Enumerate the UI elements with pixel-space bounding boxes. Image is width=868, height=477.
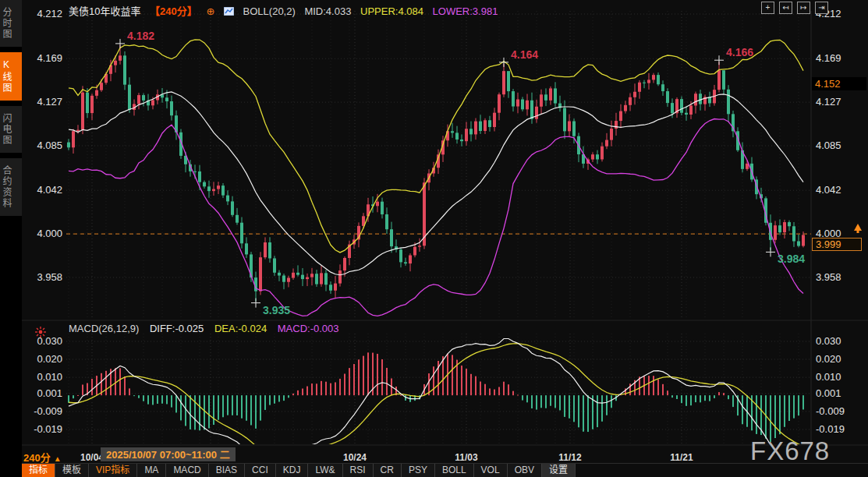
chart-tool-icons: + ↤ ↦ ⇥ — [761, 2, 828, 14]
sidebar-tab-kline[interactable]: K线图 — [0, 52, 22, 101]
toolbar-item-kdj[interactable]: KDJ — [276, 464, 309, 477]
svg-text:4.085: 4.085 — [37, 140, 62, 151]
toolbar-item-indicator[interactable]: 指标 — [22, 464, 55, 477]
svg-text:4.042: 4.042 — [37, 184, 62, 196]
boll-label: BOLL(20,2) — [243, 5, 296, 17]
chart-app: 4.2124.2124.1694.1694.1274.1274.0854.085… — [0, 0, 868, 477]
svg-text:3.984: 3.984 — [778, 253, 805, 265]
svg-text:4.164: 4.164 — [511, 48, 538, 61]
macd-label: MACD(26,12,9) — [69, 323, 139, 334]
bottom-toolbar: 指标 模板 VIP指标 MA MACD BIAS CCI KDJ LW& RSI… — [22, 463, 868, 477]
svg-text:4.169: 4.169 — [37, 52, 62, 64]
svg-text:4.127: 4.127 — [816, 96, 841, 108]
svg-text:4.000: 4.000 — [37, 228, 62, 239]
chart-header: 美债10年收益率 【240分】 ⊕ BOLL(20,2) MID:4.033 U… — [69, 3, 504, 18]
svg-text:-0.009: -0.009 — [34, 405, 62, 417]
svg-text:4.042: 4.042 — [816, 184, 841, 196]
svg-text:-0.019: -0.019 — [34, 423, 62, 435]
macd-header: MACD(26,12,9) DIFF:-0.025 DEA:-0.024 MAC… — [69, 323, 347, 334]
toolbar-item-template[interactable]: 模板 — [55, 464, 89, 477]
svg-text:4.085: 4.085 — [816, 140, 841, 151]
settings-icon[interactable]: ⊕ — [206, 5, 214, 17]
svg-text:10/24: 10/24 — [343, 452, 367, 463]
toolbar-item-cci[interactable]: CCI — [245, 464, 276, 477]
svg-text:3.958: 3.958 — [37, 271, 62, 283]
svg-text:11/03: 11/03 — [455, 452, 478, 463]
svg-text:0.001: 0.001 — [37, 387, 62, 399]
toolbar-item-ma[interactable]: MA — [137, 464, 166, 477]
toolbar-item-cr[interactable]: CR — [374, 464, 402, 477]
svg-text:-0.019: -0.019 — [816, 423, 845, 435]
macd-diff-value: DIFF:-0.025 — [150, 323, 204, 334]
toolbar-item-bias[interactable]: BIAS — [209, 464, 245, 477]
pan-icon[interactable]: + — [761, 2, 774, 14]
mini-chart-icon[interactable] — [224, 6, 234, 18]
svg-text:11/21: 11/21 — [670, 452, 693, 463]
sidebar-tab-contract-info[interactable]: 合约资料 — [0, 158, 22, 216]
svg-text:-0.009: -0.009 — [816, 405, 845, 417]
axis-zoom-out-icon[interactable]: ↦ — [797, 2, 810, 14]
axis-zoom-in-icon[interactable]: ↤ — [779, 2, 792, 14]
toolbar-item-settings[interactable]: 设置 — [542, 464, 576, 477]
bar-info-tooltip: 2025/10/07 07:00~11:00 二 — [101, 447, 236, 461]
toolbar-item-vip[interactable]: VIP指标 — [89, 464, 137, 477]
toolbar-item-psy[interactable]: PSY — [402, 464, 435, 477]
svg-text:3.935: 3.935 — [263, 304, 290, 316]
macd-macd-value: MACD:-0.003 — [278, 323, 339, 334]
svg-text:4.212: 4.212 — [37, 8, 62, 19]
boll-upper-value: UPPER:4.084 — [360, 5, 423, 17]
svg-text:4.169: 4.169 — [816, 52, 841, 64]
svg-text:3.958: 3.958 — [816, 271, 841, 283]
sidebar-tab-timeshare[interactable]: 分时图 — [0, 0, 22, 47]
svg-text:4.166: 4.166 — [726, 46, 753, 58]
svg-text:0.030: 0.030 — [816, 335, 841, 347]
axis-badge-upper: 4.152 — [812, 77, 866, 90]
macd-dea-value: DEA:-0.024 — [214, 323, 267, 334]
toolbar-item-vol[interactable]: VOL — [474, 464, 508, 477]
svg-text:4.127: 4.127 — [37, 96, 62, 108]
svg-text:0.010: 0.010 — [37, 371, 62, 383]
toolbar-item-macd[interactable]: MACD — [166, 464, 208, 477]
svg-text:0.010: 0.010 — [816, 371, 841, 383]
svg-text:4.182: 4.182 — [127, 30, 154, 42]
toolbar-item-lwr[interactable]: LW& — [308, 464, 342, 477]
toolbar-item-rsi[interactable]: RSI — [343, 464, 374, 477]
sidebar-tab-lightning[interactable]: 闪电图 — [0, 106, 22, 153]
go-to-latest-icon[interactable]: ⇥ — [815, 2, 828, 14]
sidebar: 分时图 K线图 闪电图 合约资料 — [0, 0, 22, 477]
toolbar-item-boll[interactable]: BOLL — [435, 464, 474, 477]
alert-icon[interactable] — [34, 326, 47, 341]
instrument-title: 美债10年收益率 — [69, 5, 140, 17]
chevron-up-icon: ▲ — [54, 454, 62, 463]
svg-text:0.020: 0.020 — [37, 353, 62, 365]
timeframe-label: 240分 — [23, 452, 51, 464]
svg-text:11/12: 11/12 — [558, 452, 582, 463]
last-price-box: 3.999 — [812, 238, 862, 251]
toolbar-item-obv[interactable]: OBV — [508, 464, 542, 477]
chart-canvas[interactable]: 4.2124.2124.1694.1694.1274.1274.0854.085… — [0, 0, 868, 477]
svg-text:0.001: 0.001 — [816, 387, 841, 399]
boll-lower-value: LOWER:3.981 — [433, 5, 498, 17]
boll-mid-value: MID:4.033 — [304, 5, 351, 17]
svg-text:0.020: 0.020 — [816, 353, 841, 365]
watermark: FX678 — [750, 436, 830, 466]
period-label[interactable]: 【240分】 — [150, 5, 197, 17]
sidebar-tabs: 分时图 K线图 闪电图 合约资料 — [0, 0, 22, 216]
